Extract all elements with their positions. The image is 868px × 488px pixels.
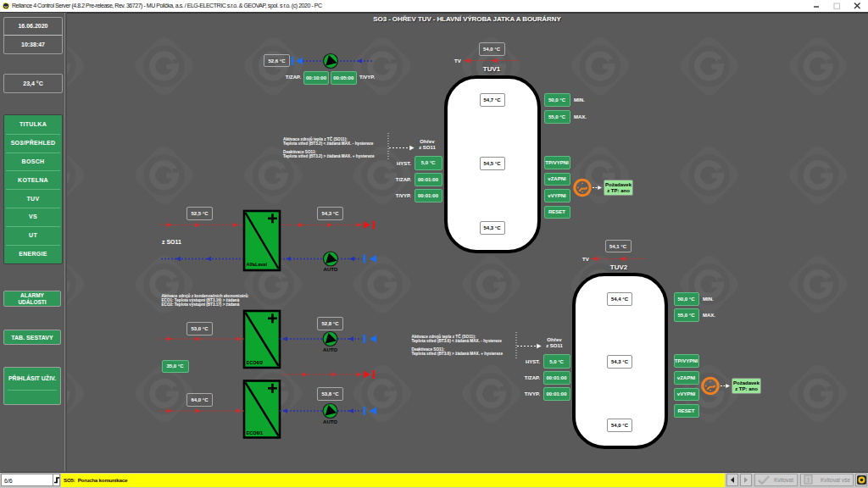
svg-text:!: ! xyxy=(807,476,810,484)
